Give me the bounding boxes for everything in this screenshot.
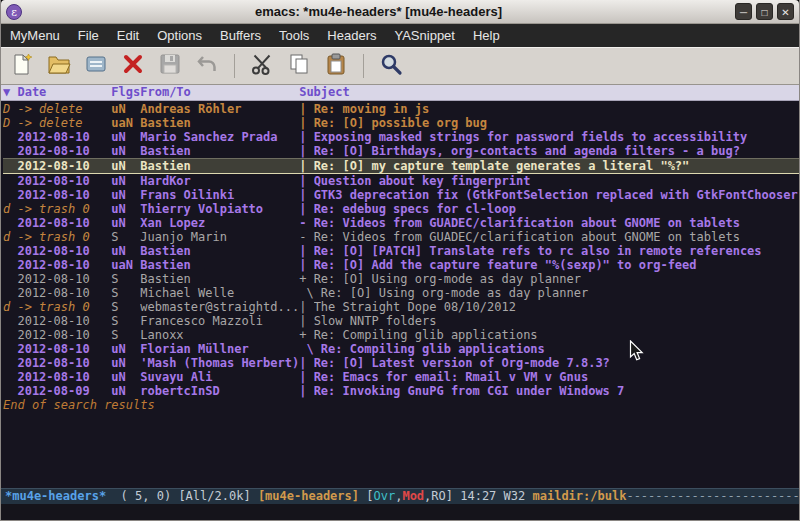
message-subject: Exposing masked strings for password fie… xyxy=(314,130,799,144)
paste-button[interactable] xyxy=(323,53,349,79)
modeline-readonly-indicator[interactable]: ,RO] xyxy=(424,489,460,504)
message-subject: Re: moving in js xyxy=(314,102,799,116)
search-button[interactable] xyxy=(378,53,404,79)
modeline-filler-dashes: ----------------------------------------… xyxy=(626,489,799,504)
save-icon xyxy=(158,52,182,80)
message-date: -> delete xyxy=(17,102,111,116)
message-row[interactable]: 2012-08-10 uN Florian Müllner \ Re: Comp… xyxy=(3,342,799,356)
message-row[interactable]: 2012-08-10 uN Mario Sanchez Prada | Expo… xyxy=(3,130,799,144)
save-button[interactable] xyxy=(157,53,183,79)
message-subject: GTK3 deprecation fix (GtkFontSelection r… xyxy=(314,188,799,202)
menu-item[interactable]: Help xyxy=(464,24,509,47)
message-flags: uN xyxy=(111,384,140,398)
message-row[interactable]: d -> trash 0 S Juanjo Marin - Re: Videos… xyxy=(3,230,799,244)
sort-direction-icon[interactable]: ▼ xyxy=(3,85,17,100)
svg-text:ε: ε xyxy=(11,6,17,19)
thread-indicator: | xyxy=(299,130,313,144)
modeline-buffer-name[interactable]: *mu4e-headers* xyxy=(5,489,121,504)
menubar: MyMenu File Edit Options Buffers Tools H… xyxy=(1,24,799,47)
close-button[interactable] xyxy=(777,3,794,20)
message-row[interactable]: 2012-08-10 S Francesco Mazzoli | Slow NN… xyxy=(3,314,799,328)
modeline-major-mode[interactable]: [mu4e-headers] xyxy=(258,489,366,504)
message-row[interactable]: d -> trash 0 S webmaster@straightd... | … xyxy=(3,300,799,314)
message-row[interactable]: 2012-08-10 uN Bastien | Re: [O] my captu… xyxy=(3,158,799,174)
message-date: 2012-08-10 xyxy=(17,130,111,144)
message-row[interactable]: d -> trash 0 uN Thierry Volpiatto | Re: … xyxy=(3,202,799,216)
message-row[interactable]: 2012-08-10 S Michael Welle \ Re: [O] Usi… xyxy=(3,286,799,300)
message-flags: uaN xyxy=(111,116,140,130)
modeline-overwrite-indicator[interactable]: Ovr xyxy=(373,489,395,504)
column-header-from[interactable]: From/To xyxy=(140,85,299,100)
message-from: Lanoxx xyxy=(140,328,299,342)
cut-button[interactable] xyxy=(249,53,275,79)
message-mark xyxy=(3,286,17,300)
message-flags: uN xyxy=(111,174,140,188)
modeline-maildir: maildir:/bulk xyxy=(532,489,626,504)
message-mark: d xyxy=(3,230,17,244)
thread-indicator: | xyxy=(299,384,313,398)
message-from: HardKor xyxy=(140,174,299,188)
message-flags: uN xyxy=(111,342,140,356)
message-row[interactable]: D -> delete uN Andreas Röhler | Re: movi… xyxy=(3,102,799,116)
mode-line: *mu4e-headers* ( 5, 0) [All/2.0k] [mu4e-… xyxy=(1,488,799,504)
menu-item[interactable]: MyMenu xyxy=(1,24,69,47)
dired-button[interactable] xyxy=(83,53,109,79)
message-from: Bastien xyxy=(140,258,299,272)
message-row[interactable]: 2012-08-10 uN Bastien | Re: [O] [PATCH] … xyxy=(3,244,799,258)
thread-indicator: | xyxy=(299,370,313,384)
message-flags: S xyxy=(111,230,140,244)
thread-indicator: | xyxy=(299,244,313,258)
emacs-window: ε emacs: *mu4e-headers* [mu4e-headers] M… xyxy=(0,0,800,521)
message-row[interactable]: 2012-08-10 S Lanoxx + Re: Compiling glib… xyxy=(3,328,799,342)
message-row[interactable]: 2012-08-09 uN robertcInSD | Re: Invoking… xyxy=(3,384,799,398)
headers-buffer: D -> delete uN Andreas Röhler | Re: movi… xyxy=(1,101,799,488)
menu-item[interactable]: Options xyxy=(148,24,211,47)
message-date: 2012-08-10 xyxy=(17,244,111,258)
message-from: robertcInSD xyxy=(140,384,299,398)
message-row[interactable]: 2012-08-10 uN Frans Oilinki | GTK3 depre… xyxy=(3,188,799,202)
menu-item[interactable]: File xyxy=(69,24,108,47)
message-mark xyxy=(3,370,17,384)
dired-folder-icon xyxy=(84,52,108,80)
message-subject: Re: [O] Using org-mode as day planner xyxy=(314,272,799,286)
menu-item[interactable]: Buffers xyxy=(211,24,270,47)
column-header-flags[interactable]: Flgs xyxy=(111,85,140,100)
maximize-button[interactable] xyxy=(756,3,773,20)
modeline-position: ( 5, 0) xyxy=(121,489,179,504)
message-subject: Re: Emacs for email: Rmail v VM v Gnus xyxy=(314,370,799,384)
message-from: Bastien xyxy=(140,144,299,158)
message-from: Thierry Volpiatto xyxy=(140,202,299,216)
open-file-button[interactable] xyxy=(46,53,72,79)
message-row[interactable]: 2012-08-10 uN Bastien | Re: [O] Birthday… xyxy=(3,144,799,158)
message-row[interactable]: 2012-08-10 uN Xan Lopez - Re: Videos fro… xyxy=(3,216,799,230)
message-flags: uN xyxy=(111,244,140,258)
message-subject: Re: edebug specs for cl-loop xyxy=(314,202,799,216)
modeline-week: W32 xyxy=(504,489,533,504)
minimize-button[interactable] xyxy=(735,3,752,20)
message-row[interactable]: 2012-08-10 uN Suvayu Ali | Re: Emacs for… xyxy=(3,370,799,384)
message-row[interactable]: 2012-08-10 S Bastien + Re: [O] Using org… xyxy=(3,272,799,286)
kill-buffer-button[interactable] xyxy=(120,53,146,79)
menu-item[interactable]: Headers xyxy=(318,24,385,47)
message-row[interactable]: 2012-08-10 uN HardKor | Question about k… xyxy=(3,174,799,188)
message-subject: Re: [O] [PATCH] Translate refs to rc als… xyxy=(314,244,799,258)
message-row[interactable]: 2012-08-10 uaN Bastien | Re: [O] Add the… xyxy=(3,258,799,272)
toolbar-separator xyxy=(363,54,364,78)
column-header-subject[interactable]: Subject xyxy=(299,85,350,100)
message-mark xyxy=(3,258,17,272)
message-row[interactable]: 2012-08-10 uN 'Mash (Thomas Herbert) | R… xyxy=(3,356,799,370)
copy-button[interactable] xyxy=(286,53,312,79)
menu-item[interactable]: Edit xyxy=(108,24,148,47)
message-flags: uN xyxy=(111,102,140,116)
message-date: 2012-08-10 xyxy=(17,216,111,230)
menu-item[interactable]: Tools xyxy=(270,24,318,47)
message-row[interactable]: D -> delete uaN Bastien | Re: [O] possib… xyxy=(3,116,799,130)
thread-indicator: | xyxy=(299,102,313,116)
menu-item[interactable]: YASnippet xyxy=(385,24,463,47)
modeline-modified-indicator[interactable]: Mod xyxy=(402,489,424,504)
new-file-button[interactable] xyxy=(9,53,35,79)
open-file-icon xyxy=(47,52,71,80)
column-header-date[interactable]: Date xyxy=(17,85,111,100)
undo-button[interactable] xyxy=(194,53,220,79)
message-subject: Question about key fingerprint xyxy=(314,174,799,188)
